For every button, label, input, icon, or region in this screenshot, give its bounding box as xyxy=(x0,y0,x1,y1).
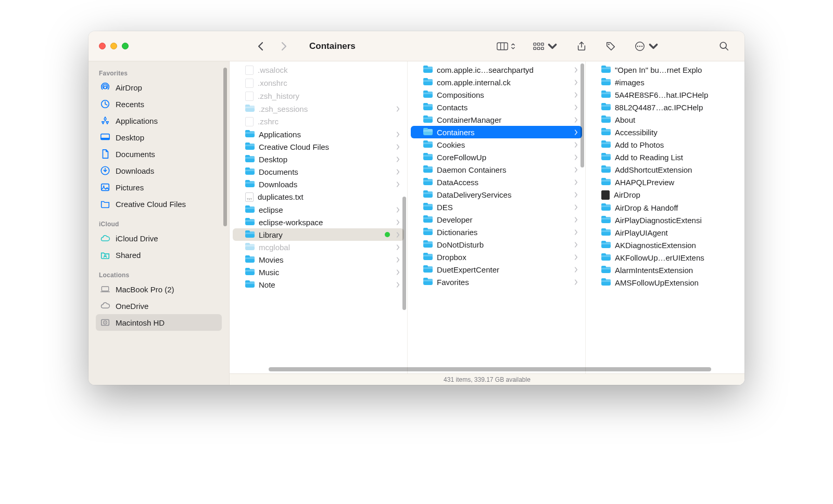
sidebar-item-label: OneDrive xyxy=(116,302,148,311)
list-item[interactable]: .zshrc xyxy=(233,115,404,128)
columns-view-icon xyxy=(497,41,508,51)
more-button[interactable] xyxy=(634,41,659,51)
folder-icon xyxy=(423,240,433,249)
columns-panel: .wsalock.xonshrc.zsh_history.zsh_session… xyxy=(229,61,744,385)
horizontal-scroll-track[interactable] xyxy=(230,365,744,373)
list-item[interactable]: duplicates.txt xyxy=(233,190,404,203)
back-button[interactable] xyxy=(255,41,267,51)
list-item[interactable]: About xyxy=(589,113,744,126)
list-item[interactable]: Dictionaries xyxy=(411,226,582,238)
list-item[interactable]: DataDeliveryServices xyxy=(411,188,582,201)
list-item[interactable]: Compositions xyxy=(411,88,582,101)
list-item[interactable]: AirPlayDiagnosticExtensi xyxy=(589,214,744,226)
close-window-button[interactable] xyxy=(99,43,106,49)
list-item[interactable]: Documents xyxy=(233,165,404,178)
list-item[interactable]: .xonshrc xyxy=(233,76,404,89)
list-item[interactable]: DataAccess xyxy=(411,176,582,188)
list-item[interactable]: "Open In" bu…rnet Explo xyxy=(589,63,744,76)
folder-icon xyxy=(245,130,255,138)
sidebar-item-label: AirDrop xyxy=(116,83,142,92)
list-item[interactable]: AHAPQLPreview xyxy=(589,176,744,188)
list-item[interactable]: AirDrop & Handoff xyxy=(589,201,744,214)
sidebar-scrollbar[interactable] xyxy=(223,68,227,226)
column-scrollbar[interactable] xyxy=(402,197,406,310)
list-item[interactable]: Containers xyxy=(411,126,582,138)
search-button[interactable] xyxy=(718,41,730,51)
list-item[interactable]: Desktop xyxy=(233,153,404,165)
list-item[interactable]: eclipse xyxy=(233,203,404,216)
sidebar-item-airdrop[interactable]: AirDrop xyxy=(96,79,222,96)
sidebar-item-downloads[interactable]: Downloads xyxy=(96,162,222,179)
list-item[interactable]: ContainerManager xyxy=(411,113,582,126)
view-columns-button[interactable] xyxy=(497,41,515,51)
list-item[interactable]: DoNotDisturb xyxy=(411,238,582,251)
list-item[interactable]: Daemon Containers xyxy=(411,163,582,176)
list-item[interactable]: AKDiagnosticExtension xyxy=(589,239,744,251)
list-item[interactable]: 5A4RE8SF6…hat.IPCHelp xyxy=(589,88,744,101)
list-item[interactable]: .zsh_history xyxy=(233,89,404,102)
list-item[interactable]: Downloads xyxy=(233,178,404,190)
svg-rect-8 xyxy=(541,47,544,49)
forward-button[interactable] xyxy=(278,41,289,51)
list-item[interactable]: .zsh_sessions xyxy=(233,102,404,115)
group-by-button[interactable] xyxy=(533,41,558,51)
list-item[interactable]: eclipse-workspace xyxy=(233,216,404,228)
list-item[interactable]: .wsalock xyxy=(233,63,404,76)
list-item[interactable]: #images xyxy=(589,76,744,88)
horizontal-scroll-thumb[interactable] xyxy=(269,367,711,371)
list-item[interactable]: com.apple.internal.ck xyxy=(411,76,582,88)
list-item[interactable]: DuetExpertCenter xyxy=(411,263,582,276)
sidebar-item-label: Applications xyxy=(116,117,158,125)
list-item[interactable]: AirDrop xyxy=(589,188,744,201)
list-item[interactable]: mcglobal xyxy=(233,241,404,253)
list-item[interactable]: Library xyxy=(233,228,404,241)
file-icon xyxy=(245,66,254,75)
sidebar-item-applications[interactable]: Applications xyxy=(96,112,222,129)
list-item[interactable]: Note xyxy=(233,278,404,291)
sidebar-item-label: iCloud Drive xyxy=(116,234,158,243)
svg-rect-24 xyxy=(102,287,108,291)
folder-icon xyxy=(423,228,433,236)
sidebar-item-macbook-pro-2-[interactable]: MacBook Pro (2) xyxy=(96,281,222,298)
list-item[interactable]: DES xyxy=(411,201,582,213)
list-item[interactable]: 88L2Q4487…ac.IPCHelp xyxy=(589,101,744,113)
folder-icon xyxy=(245,218,255,226)
sidebar-item-icloud-drive[interactable]: iCloud Drive xyxy=(96,230,222,247)
tags-button[interactable] xyxy=(605,41,616,51)
list-item[interactable]: Add to Photos xyxy=(589,138,744,151)
list-item[interactable]: Contacts xyxy=(411,101,582,113)
minimize-window-button[interactable] xyxy=(110,43,117,49)
list-item[interactable]: Favorites xyxy=(411,276,582,288)
list-item[interactable]: Applications xyxy=(233,128,404,140)
sidebar-item-pictures[interactable]: Pictures xyxy=(96,179,222,196)
list-item[interactable]: Developer xyxy=(411,213,582,226)
sidebar-item-creative-cloud-files[interactable]: Creative Cloud Files xyxy=(96,196,222,212)
item-name: com.apple.internal.ck xyxy=(437,78,570,87)
list-item[interactable]: Add to Reading List xyxy=(589,151,744,163)
list-item[interactable]: com.apple.ic…searchpartyd xyxy=(411,63,582,76)
sidebar-item-onedrive[interactable]: OneDrive xyxy=(96,298,222,314)
list-item[interactable]: AlarmIntentsExtension xyxy=(589,264,744,276)
list-item[interactable]: AKFollowUp…erUIExtens xyxy=(589,251,744,264)
sidebar-item-recents[interactable]: Recents xyxy=(96,96,222,112)
zoom-window-button[interactable] xyxy=(122,43,129,49)
list-item[interactable]: Music xyxy=(233,266,404,278)
list-item[interactable]: AMSFollowUpExtension xyxy=(589,276,744,289)
list-item[interactable]: Movies xyxy=(233,253,404,266)
sidebar-item-shared[interactable]: Shared xyxy=(96,247,222,263)
list-item[interactable]: Accessibility xyxy=(589,126,744,138)
share-button[interactable] xyxy=(576,41,587,51)
item-name: Containers xyxy=(437,128,570,137)
list-item[interactable]: AirPlayUIAgent xyxy=(589,226,744,239)
list-item[interactable]: Cookies xyxy=(411,138,582,151)
column-scrollbar[interactable] xyxy=(580,63,584,167)
list-item[interactable]: AddShortcutExtension xyxy=(589,163,744,176)
list-item[interactable]: Dropbox xyxy=(411,251,582,263)
list-item[interactable]: Creative Cloud Files xyxy=(233,140,404,153)
sidebar-item-desktop[interactable]: Desktop xyxy=(96,129,222,146)
sidebar-item-documents[interactable]: Documents xyxy=(96,146,222,162)
chevron-right-icon xyxy=(574,254,578,260)
list-item[interactable]: CoreFollowUp xyxy=(411,151,582,163)
sidebar-item-macintosh-hd[interactable]: Macintosh HD xyxy=(96,314,222,331)
body: FavoritesAirDropRecentsApplicationsDeskt… xyxy=(89,61,744,385)
